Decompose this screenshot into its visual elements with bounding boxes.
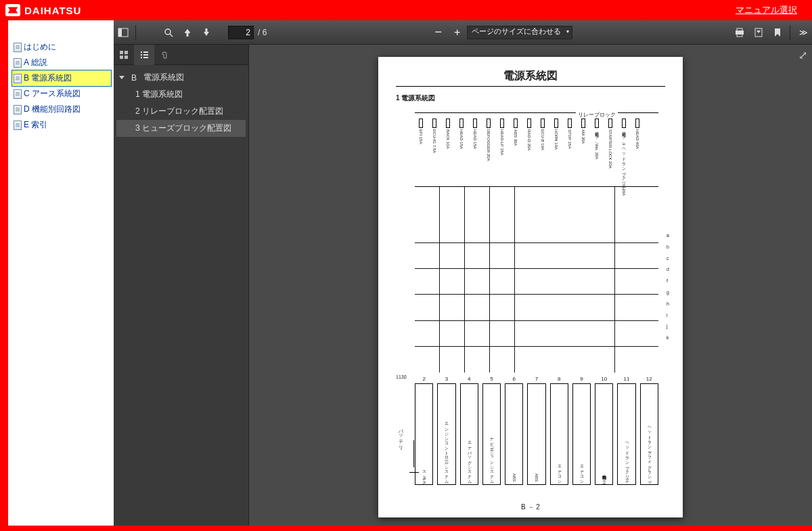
fuse-12: AM 30A: [580, 119, 587, 144]
connector-number: 2: [422, 376, 425, 382]
fuse-symbol-icon: [500, 119, 504, 128]
pdf-canvas[interactable]: 電源系統図 1 電源系統図 リレーブロック EFI 15AECU-IG 7.5A…: [249, 45, 812, 526]
outline-section[interactable]: B 電源系統図: [116, 69, 246, 86]
toolbar-separator: [135, 25, 136, 40]
page-rule: [396, 86, 665, 87]
connector-number: 7: [535, 376, 538, 382]
outline-section-letter: B: [131, 73, 137, 83]
fuse-label: HEAD-LP 15A: [500, 129, 504, 155]
fuse-11: STOP 15A: [566, 119, 573, 148]
fuse-label: ABS 30A: [514, 129, 518, 146]
connector-label: ナビゲーションシステム: [489, 434, 495, 482]
attachments-tab[interactable]: [154, 45, 175, 65]
svg-rect-15: [125, 51, 128, 54]
connector-label: エアバッグシステム: [466, 439, 472, 482]
pdf-page: 電源系統図 1 電源系統図 リレーブロック EFI 15AECU-IG 7.5A…: [378, 57, 683, 517]
connector-label: エアコン: [556, 463, 562, 482]
svg-rect-1: [118, 28, 122, 37]
fuse-symbol-icon: [527, 119, 531, 128]
fuse-5: DEFOGGER 20A: [485, 119, 492, 161]
svg-rect-14: [120, 51, 123, 54]
tools-menu-button[interactable]: ≫: [793, 23, 812, 42]
fuse-label: RAD-D 20A: [527, 129, 531, 150]
manual-select-link[interactable]: マニュアル選択: [736, 4, 797, 16]
connector-number: 3: [445, 376, 448, 382]
pdf-outline-panel: B 電源系統図 1 電源系統図2 リレーブロック配置図3 ヒューズブロック配置図: [114, 45, 249, 526]
brand-text: DAIHATSU: [24, 5, 81, 16]
terminal-label: j: [667, 321, 669, 333]
connector-number: 5: [490, 376, 493, 382]
prev-page-button[interactable]: [178, 23, 197, 42]
svg-rect-21: [143, 54, 148, 56]
thumbnails-tab[interactable]: [114, 45, 134, 65]
terminal-label: h: [667, 299, 669, 310]
connector-11: 11ヘッドランプクリーナ: [617, 383, 635, 485]
svg-point-18: [141, 51, 142, 52]
connector-label: 電動格納式ミラー: [601, 472, 607, 482]
fuse-7: ABS 30A: [512, 119, 519, 146]
content-frame: はじめにA 総説B 電源系統図C アース系統図D 機能別回路図E 索引 / 6 …: [0, 20, 812, 531]
connector-number: 10: [601, 376, 607, 382]
fuse-label: AM 30A: [581, 129, 585, 144]
outline-item-1[interactable]: 2 リレーブロック配置図: [116, 103, 246, 120]
fuse-label: HEAD 15A: [459, 129, 464, 149]
fuse-symbol-icon: [554, 119, 558, 128]
fuse-symbol-icon: [635, 119, 639, 128]
fuse-label: BACK 10A: [446, 129, 450, 149]
connector-6: 6ABS: [505, 383, 523, 485]
zoom-in-button[interactable]: +: [448, 23, 467, 42]
fuse-symbol-icon: [446, 119, 450, 128]
fuse-symbol-icon: [581, 119, 585, 128]
fuse-8: RAD-D 20A: [526, 119, 533, 150]
outline-item-2[interactable]: 3 ヒューズブロック配置図: [116, 120, 246, 137]
connector-row: 2スタータ3エンジンコントロールシステム4エアバッグシステム5ナビゲーションシス…: [415, 377, 658, 485]
page-number-input[interactable]: [228, 26, 254, 39]
fuse-label: ECU-IG 7.5A: [432, 129, 436, 153]
page-title: 電源系統図: [396, 69, 665, 83]
connector-label: ヘッドランプ/フォグランプ: [646, 423, 652, 482]
connector-number: 11: [624, 376, 630, 382]
fuse-label: HEAD 40A: [635, 129, 639, 149]
expand-icon[interactable]: ⤢: [796, 49, 809, 62]
nav-item-label: A 総説: [24, 57, 47, 68]
nav-item-label: D 機能別回路図: [24, 104, 81, 115]
terminal-label: b: [667, 242, 669, 253]
nav-item-4[interactable]: D 機能別回路図: [12, 102, 111, 117]
search-button[interactable]: [159, 23, 178, 42]
next-page-button[interactable]: [197, 23, 216, 42]
download-button[interactable]: [749, 23, 768, 42]
nav-item-0[interactable]: はじめに: [12, 39, 111, 55]
fuse-14: STARTER LOCK 20A: [607, 119, 614, 169]
pdf-viewer: / 6 − + ページのサイズに合わせる ▾ ≫: [114, 20, 812, 526]
connector-8: 8エアコン: [550, 383, 568, 485]
nav-item-3[interactable]: C アース系統図: [12, 86, 111, 102]
terminal-label: f: [667, 276, 669, 287]
connector-7: 7ABS: [527, 383, 545, 485]
nav-item-2[interactable]: B 電源系統図: [12, 70, 111, 86]
fuse-symbol-icon: [568, 119, 572, 128]
zoom-select[interactable]: ページのサイズに合わせる ▾: [467, 26, 572, 39]
outline-tab[interactable]: [134, 45, 154, 65]
zoom-out-button[interactable]: −: [429, 23, 448, 42]
nav-item-label: B 電源系統図: [24, 72, 72, 84]
connector-4: 4エアバッグシステム: [460, 383, 478, 485]
outline-tabs: [114, 45, 248, 65]
document-icon: [14, 58, 22, 68]
nav-item-1[interactable]: A 総説: [12, 55, 111, 70]
fuse-label: STARTER LOCK 20A: [608, 129, 612, 169]
fuse-row: リレーブロック EFI 15AECU-IG 7.5ABACK 10AHEAD 1…: [415, 112, 658, 187]
fuse-16: HEAD 40A: [634, 119, 641, 149]
terminal-label: k: [667, 333, 669, 344]
fuse-symbol-icon: [595, 119, 599, 128]
connector-label: エンジンコントロールシステム: [443, 420, 449, 482]
logo-icon: [5, 4, 20, 16]
svg-point-20: [141, 54, 142, 55]
outline-item-0[interactable]: 1 電源系統図: [116, 86, 246, 103]
ref-label: 1130: [396, 375, 407, 379]
print-button[interactable]: [730, 23, 749, 42]
connector-10: 10電動格納式ミラー: [595, 383, 613, 485]
sidebar-toggle-button[interactable]: [114, 23, 133, 42]
svg-point-22: [141, 56, 142, 58]
bookmark-button[interactable]: [768, 23, 787, 42]
nav-item-5[interactable]: E 索引: [12, 117, 111, 133]
